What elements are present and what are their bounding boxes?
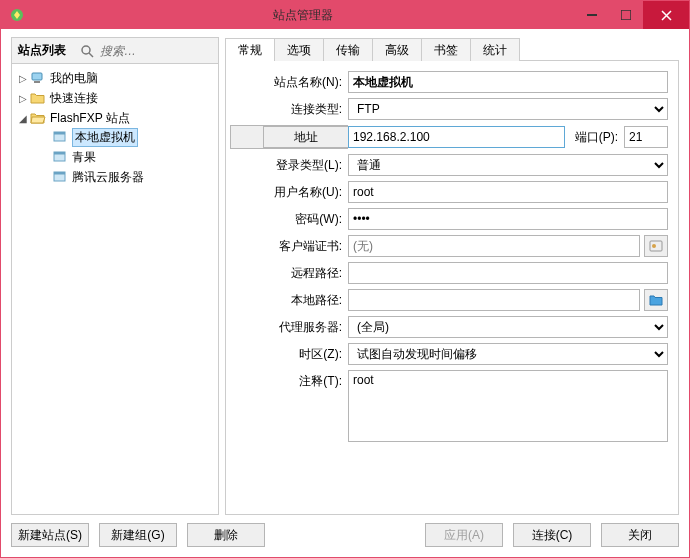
left-panel: 站点列表 ▷ 我的电脑: [11, 37, 219, 515]
tree-label: 腾讯云服务器: [72, 169, 144, 186]
collapse-icon[interactable]: ▷: [16, 93, 30, 104]
tree-label: FlashFXP 站点: [50, 110, 130, 127]
port-input[interactable]: [624, 126, 668, 148]
computer-icon: [30, 71, 46, 85]
client-cert-input: [348, 235, 640, 257]
window-controls: [575, 1, 689, 29]
form-general: 站点名称(N): 连接类型: FTP 地址 端口(P):: [225, 61, 679, 515]
site-icon: [52, 170, 68, 184]
certificate-icon: [649, 240, 663, 252]
search-icon: [80, 44, 94, 58]
svg-rect-8: [54, 132, 65, 135]
label-username: 用户名称(U):: [230, 184, 348, 201]
site-tree[interactable]: ▷ 我的电脑 ▷ 快速连接: [11, 63, 219, 515]
tree-label: 快速连接: [50, 90, 98, 107]
client-cert-browse-button[interactable]: [644, 235, 668, 257]
tab-general[interactable]: 常规: [225, 38, 275, 61]
delete-button[interactable]: 删除: [187, 523, 265, 547]
tab-advanced[interactable]: 高级: [372, 38, 422, 61]
tree-node-qingguo[interactable]: 青果: [12, 148, 218, 166]
local-path-input[interactable]: [348, 289, 640, 311]
svg-rect-5: [32, 73, 42, 80]
local-path-browse-button[interactable]: [644, 289, 668, 311]
tab-stats[interactable]: 统计: [470, 38, 520, 61]
svg-rect-10: [54, 152, 65, 155]
address-input[interactable]: [348, 126, 565, 148]
site-icon: [52, 130, 68, 144]
sidebar-title: 站点列表: [18, 42, 66, 59]
expand-icon[interactable]: ◢: [16, 113, 30, 124]
notes-textarea[interactable]: [348, 370, 668, 442]
username-input[interactable]: [348, 181, 668, 203]
right-panel: 常规 选项 传输 高级 书签 统计 站点名称(N): 连接类型: FTP: [225, 37, 679, 515]
label-login-type: 登录类型(L):: [230, 157, 348, 174]
tree-node-my-computer[interactable]: ▷ 我的电脑: [12, 69, 218, 87]
new-group-button[interactable]: 新建组(G): [99, 523, 177, 547]
label-client-cert: 客户端证书:: [230, 238, 348, 255]
bottom-bar: 新建站点(S) 新建组(G) 删除 应用(A) 连接(C) 关闭: [11, 515, 679, 547]
password-input[interactable]: [348, 208, 668, 230]
label-proxy: 代理服务器:: [230, 319, 348, 336]
proxy-select[interactable]: (全局): [348, 316, 668, 338]
site-icon: [52, 150, 68, 164]
collapse-icon[interactable]: ▷: [16, 73, 30, 84]
label-conn-type: 连接类型:: [230, 101, 348, 118]
window-title: 站点管理器: [31, 7, 575, 24]
tree-node-quick-connect[interactable]: ▷ 快速连接: [12, 89, 218, 107]
connection-type-select[interactable]: FTP: [348, 98, 668, 120]
tab-options[interactable]: 选项: [274, 38, 324, 61]
svg-rect-1: [587, 14, 597, 16]
tree-label: 我的电脑: [50, 70, 98, 87]
svg-rect-2: [621, 10, 631, 20]
tab-transfer[interactable]: 传输: [323, 38, 373, 61]
site-name-input[interactable]: [348, 71, 668, 93]
connect-button[interactable]: 连接(C): [513, 523, 591, 547]
close-dialog-button[interactable]: 关闭: [601, 523, 679, 547]
label-port: 端口(P):: [565, 129, 624, 146]
client-area: 站点列表 ▷ 我的电脑: [1, 29, 689, 557]
svg-line-4: [89, 53, 93, 57]
tree-node-tencent-cloud[interactable]: 腾讯云服务器: [12, 168, 218, 186]
new-site-button[interactable]: 新建站点(S): [11, 523, 89, 547]
tree-label: 本地虚拟机: [72, 128, 138, 147]
sidebar-header: 站点列表: [11, 37, 219, 63]
folder-icon: [30, 91, 46, 105]
folder-icon: [649, 294, 663, 306]
label-notes: 注释(T):: [230, 370, 348, 390]
svg-point-14: [652, 244, 656, 248]
tree-label: 青果: [72, 149, 96, 166]
tab-bookmarks[interactable]: 书签: [421, 38, 471, 61]
app-icon: [9, 7, 25, 23]
login-type-select[interactable]: 普通: [348, 154, 668, 176]
label-remote-path: 远程路径:: [230, 265, 348, 282]
label-address: 地址: [230, 125, 348, 149]
label-site-name: 站点名称(N):: [230, 74, 348, 91]
tree-node-local-vm[interactable]: 本地虚拟机: [12, 128, 218, 146]
remote-path-input[interactable]: [348, 262, 668, 284]
svg-rect-6: [34, 81, 40, 83]
folder-open-icon: [30, 111, 46, 125]
svg-point-3: [82, 46, 90, 54]
svg-rect-12: [54, 172, 65, 175]
title-bar: 站点管理器: [1, 1, 689, 29]
label-timezone: 时区(Z):: [230, 346, 348, 363]
minimize-button[interactable]: [575, 1, 609, 29]
main-row: 站点列表 ▷ 我的电脑: [11, 37, 679, 515]
tab-strip: 常规 选项 传输 高级 书签 统计: [225, 37, 679, 61]
label-password: 密码(W):: [230, 211, 348, 228]
maximize-button[interactable]: [609, 1, 643, 29]
close-button[interactable]: [643, 1, 689, 29]
tree-node-flashfxp-sites[interactable]: ◢ FlashFXP 站点: [12, 109, 218, 127]
apply-button[interactable]: 应用(A): [425, 523, 503, 547]
address-button[interactable]: 地址: [263, 126, 349, 148]
timezone-select[interactable]: 试图自动发现时间偏移: [348, 343, 668, 365]
label-local-path: 本地路径:: [230, 292, 348, 309]
site-manager-window: 站点管理器 站点列表: [0, 0, 690, 558]
